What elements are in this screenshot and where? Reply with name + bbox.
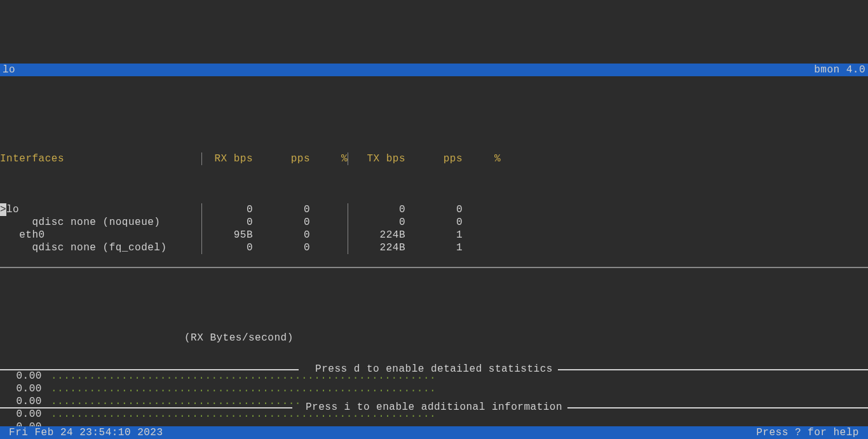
hint-detailed-stats: Press d to enable detailed statistics [0,363,868,375]
col-tx-pct: % [463,152,501,165]
tx-pps: 1 [405,229,463,241]
tx-bps: 224B [348,229,405,241]
rx-pct [310,229,348,241]
title-left: lo [3,64,15,76]
rx-pct [310,241,348,254]
rx-pps: 0 [253,229,310,241]
rx-pps: 0 [253,241,310,254]
iface-name: qdisc none (fq_codel) [0,241,202,254]
status-datetime: Fri Feb 24 23:54:10 2023 [3,426,163,439]
rx-bps: 0 [202,216,253,229]
iface-name: qdisc none (noqueue) [0,216,202,229]
rx-pct [310,216,348,229]
tx-pct [463,229,501,241]
tx-pct [463,241,501,254]
rx-bps: 0 [202,241,253,254]
rx-bps: 0 [202,203,253,216]
rx-bps: 95B [202,229,253,241]
tx-bps: 0 [348,216,405,229]
selection-marker-icon: > [0,203,6,216]
tx-pps: 1 [405,241,463,254]
interface-row[interactable]: eth095B0224B1 [0,229,868,241]
col-rx-bps: RX bps [202,152,253,165]
tx-pct [463,203,501,216]
title-bar: lo bmon 4.0 [0,64,868,76]
status-bar: Fri Feb 24 23:54:10 2023 Press ? for hel… [0,426,868,439]
col-rx-pps: pps [253,152,310,165]
footer-hints: Press d to enable detailed statistics Pr… [0,337,868,426]
title-right: bmon 4.0 [814,64,865,76]
rx-pct [310,203,348,216]
col-tx-pps: pps [405,152,463,165]
iface-name: >lo [0,203,202,216]
tx-bps: 224B [348,241,405,254]
table-header: Interfaces RX bps pps % TX bps pps % [0,152,868,165]
col-interfaces: Interfaces [0,152,202,165]
hint-additional-info: Press i to enable additional information [0,401,868,414]
tx-pps: 0 [405,203,463,216]
col-rx-pct: % [310,152,348,165]
col-tx-bps: TX bps [348,152,405,165]
rx-pps: 0 [253,203,310,216]
tx-pct [463,216,501,229]
tx-pps: 0 [405,216,463,229]
tx-bps: 0 [348,203,405,216]
interface-row[interactable]: qdisc none (noqueue)0000 [0,216,868,229]
interface-table: Interfaces RX bps pps % TX bps pps % >lo… [0,114,868,268]
interface-row[interactable]: >lo0000 [0,203,868,216]
interface-row[interactable]: qdisc none (fq_codel)00224B1 [0,241,868,254]
rx-pps: 0 [253,216,310,229]
iface-name: eth0 [0,229,202,241]
status-help: Press ? for help [756,426,865,439]
